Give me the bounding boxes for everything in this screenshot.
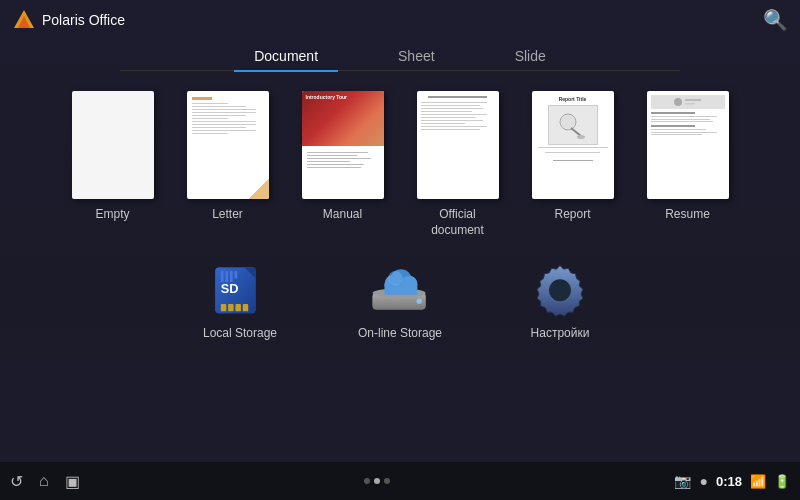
clock-display: 0:18: [716, 474, 742, 489]
dot-2: [374, 478, 380, 484]
settings-icon: [528, 258, 592, 318]
top-bar: Polaris Office 🔍: [0, 0, 800, 40]
template-label-manual: Manual: [323, 207, 362, 223]
svg-rect-13: [235, 304, 240, 311]
page-dots: [364, 478, 390, 484]
letter-header-accent: [192, 97, 212, 100]
template-report[interactable]: Report Title Report: [525, 91, 620, 223]
template-official[interactable]: Officialdocument: [410, 91, 505, 238]
svg-point-27: [388, 271, 403, 286]
notification-icon: ●: [699, 473, 707, 489]
svg-rect-6: [685, 99, 701, 101]
template-letter[interactable]: Letter: [180, 91, 275, 223]
back-icon[interactable]: ↺: [10, 472, 23, 491]
home-icon[interactable]: ⌂: [39, 472, 49, 490]
template-resume[interactable]: Resume: [640, 91, 735, 223]
local-storage-icon: SD: [208, 258, 272, 318]
battery-icon: 🔋: [774, 474, 790, 489]
resume-header-icon: [673, 97, 703, 107]
svg-point-4: [577, 135, 585, 139]
template-empty[interactable]: Empty: [65, 91, 160, 223]
storage-online[interactable]: On-line Storage: [350, 258, 450, 340]
storage-online-label: On-line Storage: [358, 326, 442, 340]
status-bar: 📷 ● 0:18 📶 🔋: [674, 473, 790, 489]
templates-grid: Empty Letter Introductory Tour: [0, 71, 800, 248]
svg-point-29: [549, 280, 571, 302]
template-thumb-empty: [72, 91, 154, 199]
nav-buttons-left: ↺ ⌂ ▣: [10, 472, 80, 491]
search-icon[interactable]: 🔍: [763, 8, 788, 32]
dot-3: [384, 478, 390, 484]
svg-rect-11: [221, 304, 226, 311]
template-thumb-manual: Introductory Tour: [302, 91, 384, 199]
svg-rect-18: [230, 271, 233, 282]
app-title-label: Polaris Office: [42, 12, 125, 28]
template-thumb-report: Report Title: [532, 91, 614, 199]
app-logo: Polaris Office: [12, 8, 125, 32]
template-label-resume: Resume: [665, 207, 710, 223]
tab-bar: Document Sheet Slide: [0, 40, 800, 70]
online-storage-icon: [368, 258, 432, 318]
polaris-logo-icon: [12, 8, 36, 32]
screenshot-icon: 📷: [674, 473, 691, 489]
template-label-report: Report: [554, 207, 590, 223]
template-thumb-letter: [187, 91, 269, 199]
bottom-navigation: ↺ ⌂ ▣ 📷 ● 0:18 📶 🔋: [0, 462, 800, 500]
settings-label: Настройки: [531, 326, 590, 340]
svg-line-3: [571, 128, 581, 136]
report-illustration: [553, 110, 593, 140]
svg-text:SD: SD: [221, 281, 239, 296]
svg-point-28: [416, 299, 421, 304]
template-thumb-official: [417, 91, 499, 199]
tab-sheet[interactable]: Sheet: [398, 48, 435, 70]
svg-rect-14: [243, 304, 248, 311]
dot-1: [364, 478, 370, 484]
wifi-icon: 📶: [750, 474, 766, 489]
storage-section: SD Local Storage: [0, 248, 800, 345]
storage-settings[interactable]: Настройки: [510, 258, 610, 340]
template-label-letter: Letter: [212, 207, 243, 223]
svg-rect-19: [235, 271, 238, 278]
template-label-empty: Empty: [95, 207, 129, 223]
tab-document[interactable]: Document: [254, 48, 318, 70]
svg-rect-17: [225, 271, 228, 282]
svg-rect-16: [221, 271, 224, 282]
template-thumb-resume: [647, 91, 729, 199]
svg-rect-12: [228, 304, 233, 311]
tab-slide[interactable]: Slide: [515, 48, 546, 70]
recents-icon[interactable]: ▣: [65, 472, 80, 491]
svg-rect-26: [384, 284, 417, 295]
svg-point-2: [560, 114, 576, 130]
template-manual[interactable]: Introductory Tour Manual: [295, 91, 390, 223]
storage-local-label: Local Storage: [203, 326, 277, 340]
template-label-official: Officialdocument: [431, 207, 484, 238]
svg-point-5: [674, 98, 682, 106]
storage-local[interactable]: SD Local Storage: [190, 258, 290, 340]
svg-rect-7: [685, 103, 695, 105]
